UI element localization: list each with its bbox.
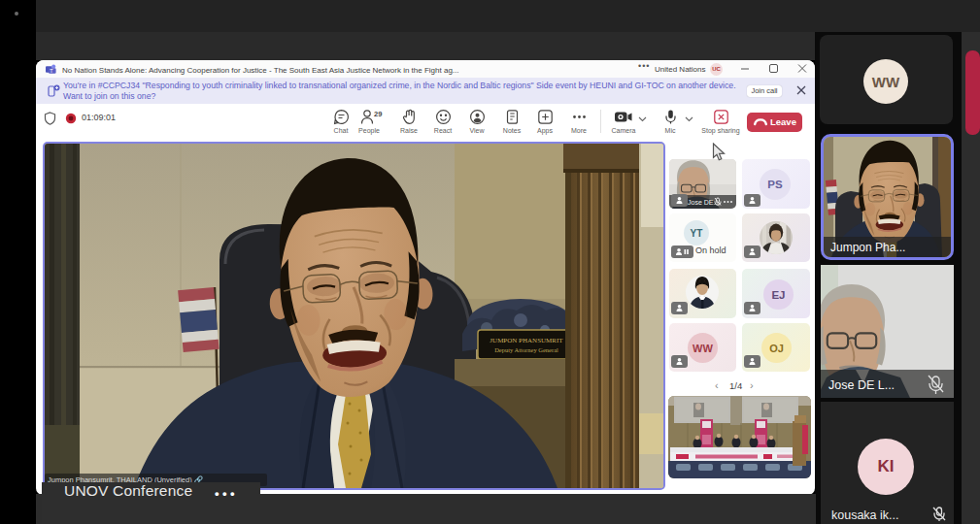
svg-text:JUMPON PHANSUMRIT: JUMPON PHANSUMRIT <box>490 337 563 344</box>
svg-text:Jose DE...: Jose DE... <box>688 199 719 206</box>
svg-text:29: 29 <box>374 110 382 118</box>
svg-text:Deputy Attorney General: Deputy Attorney General <box>494 346 558 353</box>
svg-text:Jumpon Pha...: Jumpon Pha... <box>830 241 905 254</box>
svg-text:Jose DE L...: Jose DE L... <box>828 378 895 392</box>
